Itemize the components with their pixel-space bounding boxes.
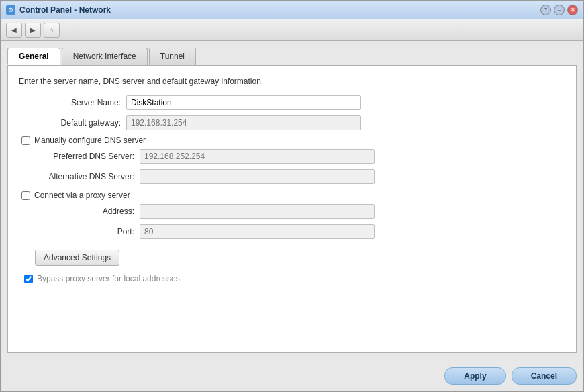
bypass-checkbox[interactable] xyxy=(24,275,33,283)
preferred-dns-input[interactable] xyxy=(140,149,375,164)
proxy-checkbox[interactable] xyxy=(21,191,30,200)
back-button[interactable]: ◀ xyxy=(6,23,22,38)
server-name-row: Server Name: xyxy=(19,95,565,110)
tab-network-interface[interactable]: Network Interface xyxy=(62,48,148,65)
window-title: Control Panel - Network xyxy=(19,5,111,15)
home-button[interactable]: ⌂ xyxy=(44,23,60,38)
proxy-row: Connect via a proxy server xyxy=(19,191,565,200)
manually-dns-checkbox[interactable] xyxy=(21,136,30,145)
port-label: Port: xyxy=(32,227,140,236)
tab-bar: General Network Interface Tunnel xyxy=(7,48,577,65)
address-row: Address: xyxy=(32,204,565,219)
tab-general[interactable]: General xyxy=(7,48,60,65)
server-name-label: Server Name: xyxy=(19,98,126,107)
app-icon: ⚙ xyxy=(6,5,15,15)
dns-section: Preferred DNS Server: Alternative DNS Se… xyxy=(32,149,565,184)
close-button[interactable]: ✕ xyxy=(567,5,578,15)
bypass-row: Bypass proxy server for local addresses xyxy=(21,274,565,283)
cancel-button[interactable]: Cancel xyxy=(512,367,577,385)
manually-dns-row: Manually configure DNS server xyxy=(19,136,565,145)
proxy-label: Connect via a proxy server xyxy=(34,191,130,200)
content-area: General Network Interface Tunnel Enter t… xyxy=(1,41,583,360)
server-name-input[interactable] xyxy=(126,95,361,110)
title-bar-left: ⚙ Control Panel - Network xyxy=(6,5,111,15)
alternative-dns-input[interactable] xyxy=(140,169,375,184)
address-label: Address: xyxy=(32,207,140,216)
minimize-button[interactable]: – xyxy=(554,5,565,15)
alternative-dns-row: Alternative DNS Server: xyxy=(32,169,565,184)
preferred-dns-row: Preferred DNS Server: xyxy=(32,149,565,164)
port-input[interactable] xyxy=(140,224,375,239)
proxy-section: Address: Port: xyxy=(32,204,565,239)
main-panel: Enter the server name, DNS server and de… xyxy=(7,65,577,353)
alternative-dns-label: Alternative DNS Server: xyxy=(32,172,140,181)
apply-button[interactable]: Apply xyxy=(444,367,505,385)
forward-button[interactable]: ▶ xyxy=(25,23,41,38)
default-gateway-input[interactable] xyxy=(126,115,361,130)
title-bar-controls: ? – ✕ xyxy=(540,5,578,15)
title-bar: ⚙ Control Panel - Network ? – ✕ xyxy=(1,1,583,19)
footer: Apply Cancel xyxy=(1,360,583,391)
default-gateway-row: Default gateway: xyxy=(19,115,565,130)
manually-dns-label: Manually configure DNS server xyxy=(34,136,146,145)
default-gateway-label: Default gateway: xyxy=(19,118,126,128)
help-button[interactable]: ? xyxy=(540,5,551,15)
advanced-settings-section: Advanced Settings xyxy=(35,244,565,271)
panel-description: Enter the server name, DNS server and de… xyxy=(19,77,565,86)
advanced-settings-button[interactable]: Advanced Settings xyxy=(35,250,119,266)
main-window: ⚙ Control Panel - Network ? – ✕ ◀ ▶ ⌂ Ge… xyxy=(0,0,584,392)
nav-bar: ◀ ▶ ⌂ xyxy=(1,19,583,41)
address-input[interactable] xyxy=(140,204,375,219)
tab-tunnel[interactable]: Tunnel xyxy=(149,48,196,65)
bypass-label: Bypass proxy server for local addresses xyxy=(37,274,180,283)
port-row: Port: xyxy=(32,224,565,239)
preferred-dns-label: Preferred DNS Server: xyxy=(32,152,140,161)
